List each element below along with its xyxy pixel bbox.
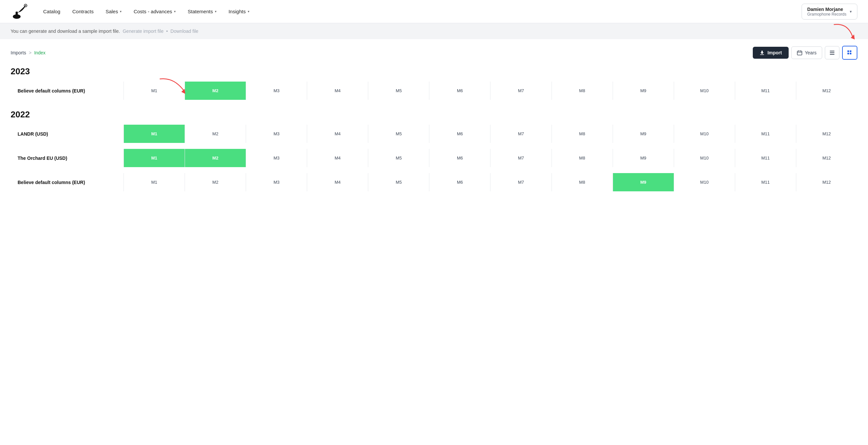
month-cell-M5[interactable]: M5 xyxy=(368,149,429,167)
nav-contracts[interactable]: Contracts xyxy=(72,9,94,14)
month-cell-M12[interactable]: M12 xyxy=(796,149,857,167)
month-cell-M6[interactable]: M6 xyxy=(429,173,491,192)
year-label-2022: 2022 xyxy=(11,109,857,120)
banner-text: You can generate and download a sample i… xyxy=(11,29,120,34)
svg-point-3 xyxy=(25,5,26,6)
svg-rect-13 xyxy=(850,50,851,52)
nav-sales[interactable]: Sales ▾ xyxy=(105,9,122,14)
month-cell-M7[interactable]: M7 xyxy=(491,173,552,192)
import-table-2022-2: Believe default columns (EUR)M1M2M3M4M5M… xyxy=(11,173,857,192)
nav-links: Catalog Contracts Sales ▾ Costs - advanc… xyxy=(43,9,802,14)
month-cell-M12[interactable]: M12 xyxy=(796,125,857,143)
month-cell-M11[interactable]: M11 xyxy=(735,81,796,100)
breadcrumb-index[interactable]: Index xyxy=(34,50,45,56)
import-button[interactable]: Import xyxy=(753,47,788,59)
calendar-icon xyxy=(797,50,802,56)
svg-rect-14 xyxy=(847,53,849,55)
year-label-2023: 2023 xyxy=(11,66,857,77)
info-banner: You can generate and download a sample i… xyxy=(0,23,868,39)
user-name: Damien Morjane xyxy=(807,7,846,12)
table-row[interactable]: LANDR (USD)M1M2M3M4M5M6M7M8M9M10M11M12 xyxy=(11,125,857,143)
import-name: Believe default columns (EUR) xyxy=(11,173,124,192)
month-cell-M3[interactable]: M3 xyxy=(246,125,307,143)
table-row[interactable]: Believe default columns (EUR)M1M2M3M4M5M… xyxy=(11,81,857,100)
month-cell-M9[interactable]: M9 xyxy=(613,125,674,143)
month-cell-M11[interactable]: M11 xyxy=(735,125,796,143)
toolbar: Imports > Index Import Years xyxy=(0,39,868,64)
costs-caret-icon: ▾ xyxy=(174,10,176,13)
month-cell-M10[interactable]: M10 xyxy=(674,149,735,167)
month-cell-M3[interactable]: M3 xyxy=(246,149,307,167)
month-cell-M9[interactable]: M9 xyxy=(613,173,674,192)
month-cell-M10[interactable]: M10 xyxy=(674,125,735,143)
month-cell-M1[interactable]: M1 xyxy=(124,125,185,143)
import-table-2022-0: LANDR (USD)M1M2M3M4M5M6M7M8M9M10M11M12 xyxy=(11,124,857,143)
month-cell-M5[interactable]: M5 xyxy=(368,81,429,100)
years-button[interactable]: Years xyxy=(791,46,822,59)
month-cell-M3[interactable]: M3 xyxy=(246,173,307,192)
import-name: The Orchard EU (USD) xyxy=(11,149,124,167)
insights-caret-icon: ▾ xyxy=(248,10,249,13)
month-cell-M8[interactable]: M8 xyxy=(552,149,613,167)
logo xyxy=(11,3,27,20)
nav-insights[interactable]: Insights ▾ xyxy=(228,9,249,14)
nav-statements[interactable]: Statements ▾ xyxy=(188,9,217,14)
month-cell-M2[interactable]: M2 xyxy=(185,125,246,143)
statements-caret-icon: ▾ xyxy=(215,10,217,13)
nav-catalog[interactable]: Catalog xyxy=(43,9,60,14)
red-arrow-m2-icon xyxy=(157,77,190,94)
month-cell-M1[interactable]: M1 xyxy=(124,173,185,192)
month-cell-M11[interactable]: M11 xyxy=(735,149,796,167)
month-cell-M12[interactable]: M12 xyxy=(796,81,857,100)
month-cell-M4[interactable]: M4 xyxy=(307,125,368,143)
svg-rect-8 xyxy=(800,50,801,52)
month-cell-M3[interactable]: M3 xyxy=(246,81,307,100)
table-row[interactable]: The Orchard EU (USD)M1M2M3M4M5M6M7M8M9M1… xyxy=(11,149,857,167)
import-name: Believe default columns (EUR) xyxy=(11,81,124,100)
month-cell-M7[interactable]: M7 xyxy=(491,149,552,167)
month-cell-M10[interactable]: M10 xyxy=(674,81,735,100)
month-cell-M4[interactable]: M4 xyxy=(307,149,368,167)
nav-costs[interactable]: Costs - advances ▾ xyxy=(133,9,176,14)
svg-rect-6 xyxy=(797,51,802,55)
sales-caret-icon: ▾ xyxy=(120,10,122,13)
month-cell-M11[interactable]: M11 xyxy=(735,173,796,192)
table-row[interactable]: Believe default columns (EUR)M1M2M3M4M5M… xyxy=(11,173,857,192)
month-cell-M8[interactable]: M8 xyxy=(552,125,613,143)
list-view-button[interactable] xyxy=(825,46,839,59)
month-cell-M2[interactable]: M2 xyxy=(185,81,246,100)
month-cell-M8[interactable]: M8 xyxy=(552,81,613,100)
navbar: Catalog Contracts Sales ▾ Costs - advanc… xyxy=(0,0,868,23)
month-cell-M12[interactable]: M12 xyxy=(796,173,857,192)
month-cell-M4[interactable]: M4 xyxy=(307,81,368,100)
month-cell-M5[interactable]: M5 xyxy=(368,173,429,192)
svg-rect-1 xyxy=(16,11,18,17)
month-cell-M2[interactable]: M2 xyxy=(185,149,246,167)
list-icon xyxy=(829,50,835,56)
user-menu[interactable]: Damien Morjane Gramophone Records ▾ xyxy=(802,4,857,20)
generate-import-link[interactable]: Generate import file xyxy=(123,29,163,34)
month-cell-M7[interactable]: M7 xyxy=(491,125,552,143)
month-cell-M7[interactable]: M7 xyxy=(491,81,552,100)
toolbar-actions: Import Years xyxy=(753,46,857,60)
grid-view-button[interactable] xyxy=(842,46,857,60)
month-cell-M6[interactable]: M6 xyxy=(429,125,491,143)
month-cell-M1[interactable]: M1 xyxy=(124,149,185,167)
month-cell-M9[interactable]: M9 xyxy=(613,81,674,100)
svg-rect-7 xyxy=(798,50,799,52)
red-arrow-icon xyxy=(831,21,857,41)
month-cell-M8[interactable]: M8 xyxy=(552,173,613,192)
content: 2023 Believe default columns (EUR)M1M2M3… xyxy=(0,64,868,211)
download-file-link[interactable]: Download file xyxy=(170,29,198,34)
month-cell-M4[interactable]: M4 xyxy=(307,173,368,192)
month-cell-M10[interactable]: M10 xyxy=(674,173,735,192)
month-cell-M6[interactable]: M6 xyxy=(429,149,491,167)
banner-dot: • xyxy=(166,29,168,34)
user-caret-icon: ▾ xyxy=(850,9,852,14)
month-cell-M5[interactable]: M5 xyxy=(368,125,429,143)
month-cell-M9[interactable]: M9 xyxy=(613,149,674,167)
month-cell-M6[interactable]: M6 xyxy=(429,81,491,100)
month-cell-M2[interactable]: M2 xyxy=(185,173,246,192)
breadcrumb-imports[interactable]: Imports xyxy=(11,50,26,56)
year-section-2023: 2023 Believe default columns (EUR)M1M2M3… xyxy=(11,66,857,100)
